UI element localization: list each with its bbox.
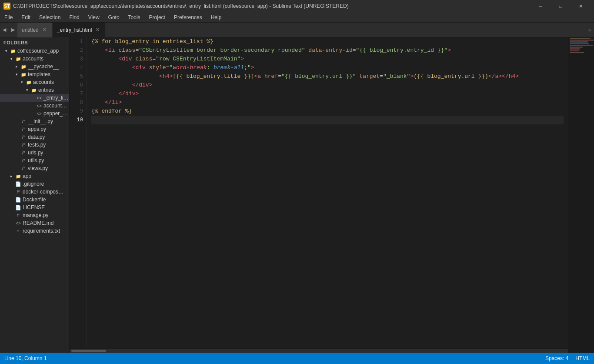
tab-nav-left[interactable]: ◀ bbox=[0, 23, 9, 37]
tree-gitignore[interactable]: 📄 .gitignore bbox=[0, 180, 69, 188]
menu-selection[interactable]: Selection bbox=[35, 12, 65, 22]
menu-edit[interactable]: Edit bbox=[17, 12, 35, 22]
arrow-down-icon: ▾ bbox=[18, 79, 25, 86]
file-tag-icon: <> bbox=[15, 220, 22, 227]
tree-label-requirements: requirements.txt bbox=[22, 228, 60, 234]
tree-coffeesource-app[interactable]: ▾ 📁 coffeesource_app bbox=[0, 47, 69, 55]
spacer-icon bbox=[8, 180, 15, 187]
minimap-line-4 bbox=[570, 43, 589, 44]
line-num-4: 4 bbox=[73, 63, 83, 72]
tree-license[interactable]: 📄 LICENSE bbox=[0, 204, 69, 211]
tree-accounts[interactable]: ▾ 📁 accounts bbox=[0, 55, 69, 63]
line-num-9: 9 bbox=[73, 107, 83, 116]
tree-tests-py[interactable]: /* tests.py bbox=[0, 141, 69, 149]
tree-label-utils-py: utils.py bbox=[27, 157, 44, 164]
arrow-right-icon: ▸ bbox=[8, 173, 15, 180]
file-generic-icon: 📄 bbox=[15, 196, 22, 203]
code-content[interactable]: {% for blog_entry in entries_list %} <li… bbox=[87, 37, 568, 348]
titlebar: ST C:\GITPROJECTS\coffeesource_app\accou… bbox=[0, 0, 594, 12]
menu-goto[interactable]: Goto bbox=[104, 12, 124, 22]
arrow-right-icon: ▸ bbox=[13, 63, 20, 70]
tab-untitled-close[interactable]: ✕ bbox=[41, 27, 48, 33]
menu-view[interactable]: View bbox=[84, 12, 104, 22]
tree-label-coffeesource: coffeesource_app bbox=[17, 48, 59, 54]
tree-pepper-se[interactable]: <> pepper_se… bbox=[0, 110, 69, 117]
spacer-icon bbox=[8, 227, 15, 234]
menu-find[interactable]: Find bbox=[65, 12, 83, 22]
main-layout: FOLDERS ▾ 📁 coffeesource_app ▾ 📁 account… bbox=[0, 37, 594, 353]
folder-icon: 📁 bbox=[20, 63, 27, 70]
file-py-icon: /* bbox=[20, 141, 27, 148]
code-area: 1 2 3 4 5 6 7 8 9 10 {% for blog_entry i… bbox=[70, 37, 568, 353]
spacer-icon bbox=[8, 212, 15, 219]
line-num-2: 2 bbox=[73, 46, 83, 55]
tree-utils-py[interactable]: /* utils.py bbox=[0, 157, 69, 164]
minimap-line-8 bbox=[570, 50, 579, 51]
file-generic-icon: 📄 bbox=[15, 204, 22, 211]
tree-data-py[interactable]: /* data.py bbox=[0, 133, 69, 141]
tab-entry-list-close[interactable]: ✕ bbox=[94, 27, 101, 33]
spacer-icon bbox=[13, 149, 20, 156]
tree-entry-list-html[interactable]: <> _entry_lis… bbox=[0, 94, 69, 102]
tree-label-pepper-se: pepper_se… bbox=[43, 110, 69, 117]
tree-app[interactable]: ▸ 📁 app bbox=[0, 172, 69, 180]
file-tag-icon: <> bbox=[36, 102, 43, 109]
tree-urls-py[interactable]: /* urls.py bbox=[0, 149, 69, 157]
tree-manage-py[interactable]: /* manage.py bbox=[0, 211, 69, 219]
tree-label-accounts: accounts bbox=[22, 56, 43, 62]
minimap-line-2 bbox=[570, 40, 594, 41]
tree-dockerfile[interactable]: 📄 Dockerfile bbox=[0, 196, 69, 204]
minimap-line-5 bbox=[570, 45, 593, 46]
maximize-button[interactable]: □ bbox=[551, 0, 571, 12]
tree-pycache[interactable]: ▸ 📁 __pycache__ bbox=[0, 63, 69, 70]
close-button[interactable]: ✕ bbox=[571, 0, 591, 12]
spacer-icon bbox=[29, 102, 36, 109]
tree-apps-py[interactable]: /* apps.py bbox=[0, 125, 69, 133]
minimap-line-7 bbox=[570, 48, 580, 50]
spacer-icon bbox=[13, 118, 20, 125]
menu-preferences[interactable]: Preferences bbox=[170, 12, 207, 22]
menu-file[interactable]: File bbox=[0, 12, 17, 22]
spacer-icon bbox=[8, 196, 15, 203]
tab-nav-right[interactable]: ▶ bbox=[9, 23, 17, 37]
code-line-6: </div> bbox=[91, 81, 564, 90]
tree-init-py[interactable]: /* __init__.py bbox=[0, 117, 69, 125]
folder-icon: 📁 bbox=[30, 87, 37, 94]
spacer-icon bbox=[8, 188, 15, 195]
code-editor[interactable]: 1 2 3 4 5 6 7 8 9 10 {% for blog_entry i… bbox=[70, 37, 568, 348]
tree-templates-accounts[interactable]: ▾ 📁 accounts bbox=[0, 78, 69, 86]
tab-untitled[interactable]: untitled ✕ bbox=[17, 23, 53, 37]
menu-help[interactable]: Help bbox=[207, 12, 226, 22]
spacer-icon bbox=[13, 134, 20, 140]
tree-account-detail[interactable]: <> account_de… bbox=[0, 102, 69, 110]
file-txt-icon: ≡ bbox=[15, 227, 22, 234]
code-line-5: <h4>[{{ blog_entry.title }}]<a href="{{ … bbox=[91, 72, 564, 81]
tree-label-docker-compose: docker-compos… bbox=[22, 189, 63, 195]
minimize-button[interactable]: ─ bbox=[531, 0, 551, 12]
tab-options-button[interactable]: ≡ bbox=[585, 23, 594, 37]
tree-templates[interactable]: ▾ 📁 templates bbox=[0, 70, 69, 78]
app-icon: ST bbox=[3, 3, 10, 10]
tree-label-apps-py: apps.py bbox=[27, 126, 46, 132]
tree-docker-compose[interactable]: /* docker-compos… bbox=[0, 188, 69, 196]
tree-requirements[interactable]: ≡ requirements.txt bbox=[0, 227, 69, 235]
status-line-col: Line 10, Column 1 bbox=[4, 355, 47, 361]
tree-label-entries: entries bbox=[37, 87, 54, 93]
minimap-line-3 bbox=[570, 41, 588, 43]
tree-entries[interactable]: ▾ 📁 entries bbox=[0, 86, 69, 94]
arrow-down-icon: ▾ bbox=[13, 71, 20, 78]
tab-entry-list[interactable]: _entry_list.html ✕ bbox=[53, 23, 106, 37]
arrow-down-icon: ▾ bbox=[3, 47, 10, 54]
menu-project[interactable]: Project bbox=[145, 12, 170, 22]
tree-label-dockerfile: Dockerfile bbox=[22, 197, 46, 203]
menu-tools[interactable]: Tools bbox=[124, 12, 145, 22]
code-line-3: <div class="row CSEntryListItemMain"> bbox=[91, 55, 564, 63]
tree-views-py[interactable]: /* views.py bbox=[0, 164, 69, 172]
hscroll-thumb[interactable] bbox=[71, 350, 106, 352]
horizontal-scrollbar[interactable] bbox=[70, 348, 568, 353]
status-syntax: HTML bbox=[575, 355, 590, 361]
tree-label-account-detail: account_de… bbox=[43, 103, 69, 109]
file-py-icon: /* bbox=[20, 165, 27, 172]
tree-readme[interactable]: <> README.md bbox=[0, 219, 69, 227]
folder-icon: 📁 bbox=[15, 55, 22, 62]
